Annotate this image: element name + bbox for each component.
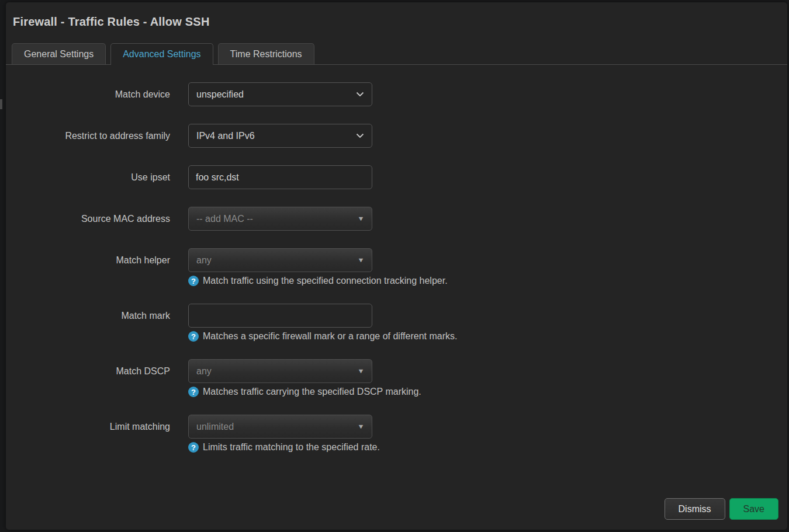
form-row-match-helper: Match helper any ▼ ? Match traffic using… xyxy=(12,248,781,286)
help-icon: ? xyxy=(188,331,199,342)
tab-general-settings[interactable]: General Settings xyxy=(12,43,106,64)
tab-time-restrictions[interactable]: Time Restrictions xyxy=(218,43,314,64)
form-row-use-ipset: Use ipset xyxy=(12,165,781,189)
help-icon: ? xyxy=(188,442,199,453)
form-row-match-mark: Match mark ? Matches a specific firewall… xyxy=(12,304,781,342)
field-label: Match DSCP xyxy=(12,359,170,383)
field-help: ? Matches a specific firewall mark or a … xyxy=(188,331,457,342)
address-family-select[interactable]: IPv4 and IPv6 xyxy=(188,124,372,148)
field-help: ? Matches traffic carrying the specified… xyxy=(188,387,421,397)
match-mark-input[interactable] xyxy=(188,304,372,328)
form-row-address-family: Restrict to address family IPv4 and IPv6 xyxy=(12,124,781,148)
field-help: ? Limits traffic matching to the specifi… xyxy=(188,442,380,453)
field-label: Restrict to address family xyxy=(12,124,170,148)
dropdown-placeholder: -- add MAC -- xyxy=(196,214,253,224)
select-value: unspecified xyxy=(196,89,244,100)
dropdown-placeholder: unlimited xyxy=(196,422,234,432)
dismiss-button[interactable]: Dismiss xyxy=(665,498,725,520)
save-button[interactable]: Save xyxy=(729,498,778,520)
form-row-source-mac: Source MAC address -- add MAC -- ▼ xyxy=(12,207,781,231)
caret-down-icon: ▼ xyxy=(357,257,365,263)
rule-form: Match device unspecified Restrict to add… xyxy=(6,82,787,453)
select-value: IPv4 and IPv6 xyxy=(196,131,255,141)
match-helper-dropdown[interactable]: any ▼ xyxy=(188,248,372,272)
help-icon: ? xyxy=(188,387,199,397)
tab-bar: General Settings Advanced Settings Time … xyxy=(6,43,787,65)
help-text: Matches a specific firewall mark or a ra… xyxy=(203,331,457,342)
match-device-select[interactable]: unspecified xyxy=(188,82,372,106)
field-label: Limit matching xyxy=(12,415,170,439)
modal-footer: Dismiss Save xyxy=(665,498,778,520)
field-label: Match mark xyxy=(12,304,170,328)
modal-title: Firewall - Traffic Rules - Allow SSH xyxy=(6,2,787,29)
use-ipset-input[interactable] xyxy=(188,165,372,189)
help-text: Matches traffic carrying the specified D… xyxy=(203,387,421,397)
help-text: Match traffic using the specified connec… xyxy=(203,276,448,286)
form-row-match-dscp: Match DSCP any ▼ ? Matches traffic carry… xyxy=(12,359,781,397)
caret-down-icon: ▼ xyxy=(357,215,365,222)
help-text: Limits traffic matching to the specified… xyxy=(203,442,380,453)
chevron-down-icon xyxy=(356,133,364,138)
caret-down-icon: ▼ xyxy=(357,423,365,430)
source-mac-dropdown[interactable]: -- add MAC -- ▼ xyxy=(188,207,372,231)
field-help: ? Match traffic using the specified conn… xyxy=(188,276,448,286)
form-row-limit-matching: Limit matching unlimited ▼ ? Limits traf… xyxy=(12,415,781,453)
background-page-fragment xyxy=(0,99,2,109)
caret-down-icon: ▼ xyxy=(357,368,365,374)
match-dscp-dropdown[interactable]: any ▼ xyxy=(188,359,372,383)
dropdown-placeholder: any xyxy=(196,366,212,377)
field-label: Match device xyxy=(12,82,170,106)
limit-matching-dropdown[interactable]: unlimited ▼ xyxy=(188,415,372,439)
field-label: Use ipset xyxy=(12,165,170,189)
dropdown-placeholder: any xyxy=(196,255,212,266)
field-label: Source MAC address xyxy=(12,207,170,231)
tab-advanced-settings[interactable]: Advanced Settings xyxy=(110,43,213,65)
firewall-rule-modal: Firewall - Traffic Rules - Allow SSH Gen… xyxy=(6,2,787,530)
help-icon: ? xyxy=(188,276,199,286)
form-row-match-device: Match device unspecified xyxy=(12,82,781,106)
field-label: Match helper xyxy=(12,248,170,272)
chevron-down-icon xyxy=(356,92,364,97)
